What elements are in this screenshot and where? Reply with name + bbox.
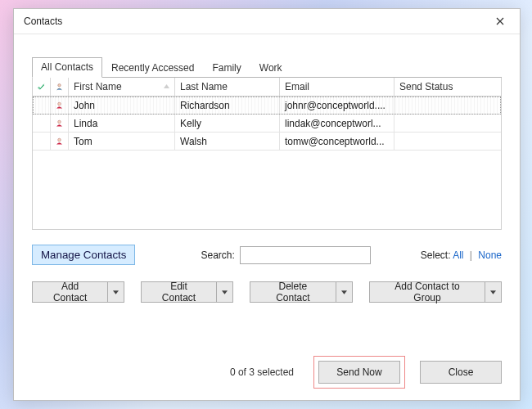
cell-email: tomw@conceptworld... — [280, 133, 394, 150]
person-icon — [56, 81, 63, 92]
cell-check[interactable] — [33, 133, 51, 150]
tab-work[interactable]: Work — [250, 58, 291, 78]
cell-avatar — [51, 97, 69, 114]
tab-recently-accessed[interactable]: Recently Accessed — [102, 58, 203, 78]
delete-contact-split: Delete Contact — [250, 281, 353, 303]
table-row[interactable]: John Richardson johnr@conceptworld.... — [33, 97, 501, 115]
window-close-button[interactable] — [489, 13, 512, 29]
window-title: Contacts — [24, 16, 62, 27]
cell-first-name: Linda — [69, 115, 175, 132]
add-contact-split: Add Contact — [32, 281, 124, 303]
tab-family[interactable]: Family — [203, 58, 250, 78]
add-to-group-button[interactable]: Add Contact to Group — [369, 281, 485, 303]
cell-first-name: John — [69, 97, 175, 114]
col-avatar[interactable] — [51, 78, 69, 96]
svg-point-2 — [58, 120, 61, 124]
avatar-icon — [56, 117, 63, 129]
col-last-name[interactable]: Last Name — [175, 78, 280, 96]
col-email-label: Email — [285, 81, 309, 92]
action-button-row: Add Contact Edit Contact Delete Contact … — [32, 281, 502, 303]
chevron-down-icon — [490, 290, 496, 294]
cell-last-name: Walsh — [175, 133, 280, 150]
delete-contact-button[interactable]: Delete Contact — [250, 281, 336, 303]
cell-last-name: Kelly — [175, 115, 280, 132]
contacts-grid[interactable]: First Name Last Name Email Send Status J… — [32, 78, 502, 230]
contacts-dialog: Contacts All Contacts Recently Accessed … — [13, 8, 521, 401]
cell-email: lindak@conceptworl... — [280, 115, 394, 132]
cell-first-name: Tom — [69, 133, 175, 150]
cell-last-name: Richardson — [175, 97, 280, 114]
cell-avatar — [51, 133, 69, 150]
col-first-name-label: First Name — [74, 81, 122, 92]
manage-contacts-button[interactable]: Manage Contacts — [32, 245, 135, 265]
select-none-link[interactable]: None — [478, 249, 502, 261]
add-to-group-split: Add Contact to Group — [369, 281, 502, 303]
search-wrap: Search: — [201, 246, 370, 264]
table-row[interactable]: Linda Kelly lindak@conceptworl... — [33, 115, 501, 133]
col-checkmark[interactable] — [33, 78, 51, 96]
select-all-link[interactable]: All — [453, 249, 463, 261]
col-send-status-label: Send Status — [399, 81, 453, 92]
send-now-button[interactable]: Send Now — [318, 361, 400, 384]
sort-asc-icon — [164, 84, 169, 88]
avatar-icon — [56, 99, 63, 111]
close-button[interactable]: Close — [420, 361, 502, 384]
chevron-down-icon — [113, 290, 119, 294]
cell-check[interactable] — [33, 115, 51, 132]
edit-contact-button[interactable]: Edit Contact — [141, 281, 217, 303]
delete-contact-dropdown[interactable] — [336, 281, 353, 303]
col-last-name-label: Last Name — [180, 81, 228, 92]
cell-check[interactable] — [33, 97, 51, 114]
search-label: Search: — [201, 249, 234, 261]
title-bar: Contacts — [14, 9, 520, 34]
chevron-down-icon — [341, 290, 347, 294]
table-row[interactable]: Tom Walsh tomw@conceptworld... — [33, 133, 501, 151]
select-label: Select: — [421, 249, 451, 261]
tab-strip: All Contacts Recently Accessed Family Wo… — [32, 57, 502, 78]
select-shortcuts: Select: All | None — [421, 249, 502, 261]
svg-point-3 — [58, 138, 61, 142]
add-contact-button[interactable]: Add Contact — [32, 281, 108, 303]
separator: | — [470, 249, 472, 261]
checkmark-icon — [38, 81, 45, 92]
edit-contact-dropdown[interactable] — [217, 281, 233, 303]
svg-point-1 — [58, 102, 61, 106]
col-send-status[interactable]: Send Status — [394, 78, 501, 96]
footer: 0 of 3 selected Send Now Close — [32, 341, 502, 389]
avatar-icon — [56, 135, 63, 147]
edit-contact-split: Edit Contact — [141, 281, 233, 303]
dialog-body: All Contacts Recently Accessed Family Wo… — [14, 34, 520, 400]
col-first-name[interactable]: First Name — [69, 78, 175, 96]
chevron-down-icon — [222, 290, 228, 294]
selection-status: 0 of 3 selected — [230, 366, 294, 378]
mid-toolbar: Manage Contacts Search: Select: All | No… — [32, 245, 502, 265]
cell-send-status — [394, 97, 501, 114]
svg-point-0 — [58, 84, 61, 87]
cell-email: johnr@conceptworld.... — [280, 97, 394, 114]
add-to-group-dropdown[interactable] — [485, 281, 502, 303]
cell-send-status — [394, 133, 501, 150]
search-input[interactable] — [240, 246, 371, 264]
send-now-highlight: Send Now — [313, 356, 405, 389]
grid-header: First Name Last Name Email Send Status — [33, 78, 501, 97]
close-icon — [496, 17, 504, 25]
add-contact-dropdown[interactable] — [108, 281, 124, 303]
tab-all-contacts[interactable]: All Contacts — [32, 57, 102, 78]
cell-avatar — [51, 115, 69, 132]
col-email[interactable]: Email — [280, 78, 394, 96]
cell-send-status — [394, 115, 501, 132]
